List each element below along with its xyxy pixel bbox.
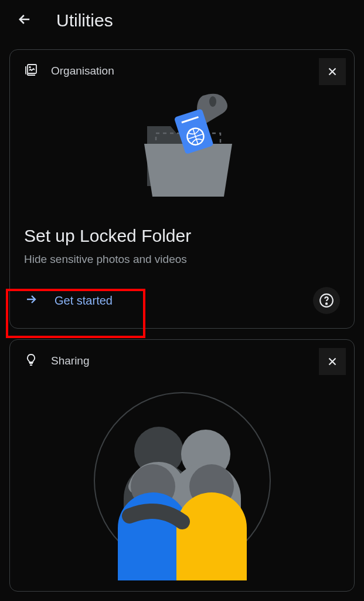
card-header: Sharing <box>24 353 340 369</box>
card-header: Organisation <box>24 63 340 79</box>
card-actions: Get started <box>24 287 340 314</box>
help-button[interactable] <box>313 287 340 314</box>
close-button[interactable] <box>319 58 346 85</box>
get-started-label: Get started <box>55 294 113 308</box>
arrow-right-icon <box>24 292 38 309</box>
get-started-button[interactable]: Get started <box>24 292 113 309</box>
section-label: Organisation <box>51 65 114 77</box>
close-button[interactable] <box>319 348 346 375</box>
card-title: Set up Locked Folder <box>24 226 340 246</box>
svg-point-2 <box>209 96 216 107</box>
card-subtitle: Hide sensitive photos and videos <box>24 253 340 266</box>
photo-stack-icon <box>24 63 38 79</box>
section-label: Sharing <box>51 354 90 367</box>
locked-folder-illustration <box>115 91 250 208</box>
sharing-illustration <box>83 381 282 580</box>
svg-point-1 <box>29 67 30 68</box>
svg-rect-0 <box>28 65 36 73</box>
page-title: Utilities <box>56 11 113 31</box>
app-header: Utilities <box>0 0 364 42</box>
lightbulb-icon <box>24 353 38 369</box>
organisation-card: Organisation Set up Locked Folder Hide s… <box>9 49 355 329</box>
svg-point-7 <box>326 303 327 304</box>
back-arrow-icon[interactable] <box>16 11 33 30</box>
sharing-card: Sharing <box>9 339 355 592</box>
